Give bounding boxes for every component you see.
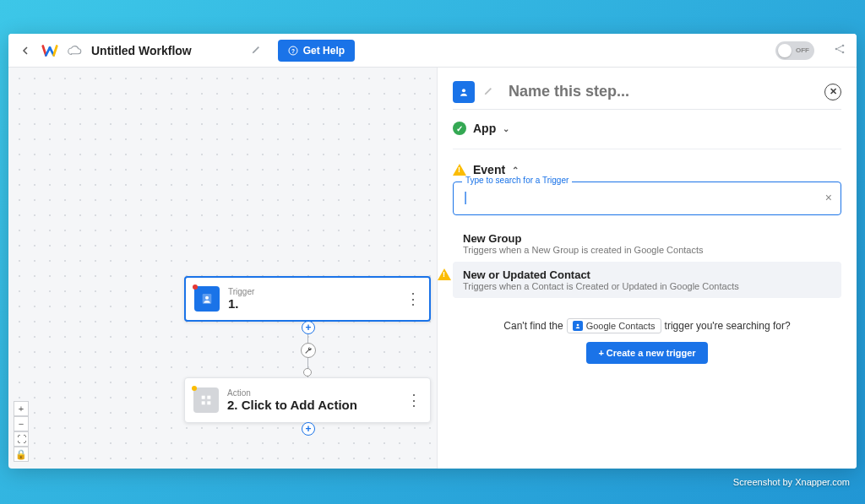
screenshot-credit: Screenshot by Xnapper.com [733,477,850,487]
zoom-out-button[interactable]: − [14,416,29,431]
action-name: 2. Click to Add Action [227,398,357,412]
app-section-label: App [473,122,496,135]
svg-point-11 [462,89,465,92]
trigger-text: Trigger 1. [228,287,254,311]
trigger-option-title: New or Updated Contact [463,268,831,281]
step-config-panel: ✕ ✓ App ⌄ Event ⌃ Type to search for a T… [437,68,857,469]
svg-rect-9 [202,401,205,404]
help-icon: ? [288,46,298,56]
get-help-label: Get Help [303,45,345,57]
connector-node[interactable] [303,368,312,377]
close-panel-button[interactable]: ✕ [824,84,841,100]
trigger-search-field[interactable]: Type to search for a Trigger | × [453,182,841,215]
status-dot-error [193,285,198,290]
header-bar: Untitled Workflow ? Get Help OFF [8,34,857,68]
divider [453,149,841,149]
search-field-label: Type to search for a Trigger [462,176,572,185]
trigger-option-desc: Triggers when a New Group is created in … [463,245,831,255]
wrench-icon [304,346,313,355]
app-section-toggle[interactable]: ✓ App ⌄ [453,122,841,135]
branch-tool-button[interactable] [301,343,316,358]
clear-search-button[interactable]: × [825,191,832,204]
canvas-lock-button[interactable]: 🔒 [14,447,29,462]
svg-point-12 [576,324,579,327]
app-chip[interactable]: Google Contacts [567,318,661,333]
get-help-button[interactable]: ? Get Help [278,40,355,62]
add-step-button-bottom[interactable]: + [302,422,315,436]
svg-rect-10 [207,401,210,404]
status-dot-warning [192,386,197,391]
workflow-title[interactable]: Untitled Workflow [91,44,192,57]
trigger-option-title: New Group [463,232,831,245]
step-name-input[interactable] [509,79,816,104]
check-icon: ✓ [453,122,466,135]
cant-find-text-pre: Can't find the [503,320,563,332]
svg-point-4 [842,51,845,53]
toggle-label: OFF [796,46,809,54]
svg-rect-8 [207,396,210,399]
warning-icon [438,268,451,280]
trigger-step-card[interactable]: Trigger 1. ⋮ [184,276,431,322]
app-chip-label: Google Contacts [586,321,656,331]
action-label: Action [227,388,357,398]
chevron-down-icon: ⌄ [503,124,509,133]
trigger-search-input[interactable] [462,192,832,205]
svg-point-3 [842,44,845,46]
edit-title-button[interactable] [251,43,263,58]
svg-rect-7 [202,396,205,399]
trigger-option[interactable]: New or Updated Contact Triggers when a C… [453,262,841,298]
trigger-menu-button[interactable]: ⋮ [405,290,421,308]
action-step-card[interactable]: Action 2. Click to Add Action ⋮ [184,377,431,423]
add-step-button-top[interactable]: + [302,321,315,334]
trigger-name: 1. [228,296,254,311]
back-button[interactable] [19,44,32,57]
zoom-controls: + − ⛶ 🔒 [14,401,29,462]
zoom-fit-button[interactable]: ⛶ [14,431,29,447]
workflow-canvas[interactable]: Trigger 1. ⋮ + Action 2. Click to Add [8,68,437,469]
share-button[interactable] [833,42,846,59]
zoom-in-button[interactable]: + [14,401,29,416]
workflow-enabled-toggle[interactable]: OFF [775,41,814,60]
cant-find-text-post: trigger you're searching for? [665,320,791,332]
event-section-label: Event [473,163,505,176]
edit-step-name-icon [483,84,495,100]
warning-icon [453,164,466,176]
panel-header: ✕ [453,79,841,110]
input-caret: | [464,190,467,205]
svg-text:?: ? [291,47,295,53]
google-contacts-icon [194,286,220,312]
event-section-toggle[interactable]: Event ⌃ [453,163,841,176]
trigger-option-desc: Triggers when a Contact is Created or Up… [463,281,831,291]
main-area: Trigger 1. ⋮ + Action 2. Click to Add [8,68,857,469]
app-window: Untitled Workflow ? Get Help OFF Trig [8,34,857,469]
svg-point-2 [835,47,838,50]
svg-point-6 [205,296,209,300]
trigger-options-list: New Group Triggers when a New Group is c… [453,225,841,298]
cloud-sync-icon[interactable] [68,43,83,58]
app-logo [41,41,59,60]
action-menu-button[interactable]: ⋮ [406,391,422,409]
event-section: Event ⌃ Type to search for a Trigger | ×… [453,163,841,364]
trigger-label: Trigger [228,287,254,296]
google-contacts-icon [573,321,583,331]
chevron-up-icon: ⌃ [512,165,519,175]
create-trigger-button[interactable]: + Create a new trigger [586,342,707,364]
google-contacts-icon [453,81,475,103]
cant-find-section: Can't find the Google Contacts trigger y… [453,318,841,364]
trigger-option[interactable]: New Group Triggers when a New Group is c… [453,225,841,262]
action-placeholder-icon [193,387,219,413]
action-text: Action 2. Click to Add Action [227,388,357,412]
